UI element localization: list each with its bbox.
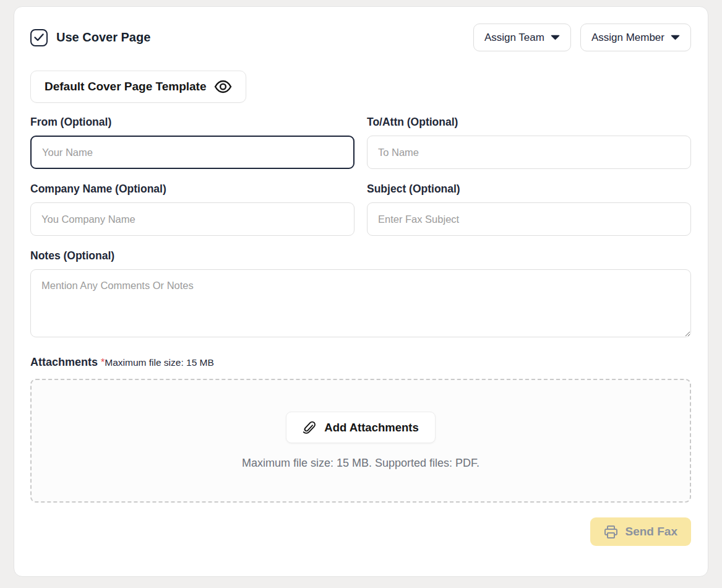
subject-input[interactable] <box>367 202 691 236</box>
chevron-down-icon <box>671 35 680 40</box>
assign-team-dropdown[interactable]: Assign Team <box>473 24 571 51</box>
paperclip-icon <box>303 420 316 435</box>
assign-member-label: Assign Member <box>591 32 664 44</box>
send-fax-button[interactable]: Send Fax <box>590 517 691 546</box>
company-field-group: Company Name (Optional) <box>30 183 355 236</box>
attachments-dropzone[interactable]: Add Attachments Maximum file size: 15 MB… <box>30 379 691 503</box>
to-field-group: To/Attn (Optional) <box>367 116 691 169</box>
check-icon <box>34 33 44 41</box>
company-name-input[interactable] <box>30 202 355 236</box>
from-input[interactable] <box>30 136 355 169</box>
attachments-inline-hint: Maximum file size: 15 MB <box>105 357 214 368</box>
to-attn-label: To/Attn (Optional) <box>367 116 691 129</box>
dropzone-hint: Maximum file size: 15 MB. Supported file… <box>242 457 479 470</box>
field-grid: From (Optional) To/Attn (Optional) Compa… <box>30 116 691 236</box>
default-cover-page-template-button[interactable]: Default Cover Page Template <box>30 71 246 103</box>
subject-field-group: Subject (Optional) <box>367 183 691 236</box>
fax-printer-icon <box>604 525 618 539</box>
add-attachments-label: Add Attachments <box>324 421 418 435</box>
notes-label: Notes (Optional) <box>30 249 691 262</box>
send-fax-form-panel: Use Cover Page Assign Team Assign Member… <box>14 6 708 577</box>
subject-label: Subject (Optional) <box>367 183 691 196</box>
chevron-down-icon <box>551 35 560 40</box>
assign-member-dropdown[interactable]: Assign Member <box>580 24 691 51</box>
eye-icon <box>214 80 232 93</box>
use-cover-page-checkbox-wrap[interactable]: Use Cover Page <box>30 29 150 46</box>
send-fax-label: Send Fax <box>625 525 677 538</box>
header-row: Use Cover Page Assign Team Assign Member <box>30 24 691 51</box>
add-attachments-button[interactable]: Add Attachments <box>286 412 435 443</box>
from-label: From (Optional) <box>30 116 355 129</box>
attachments-label-row: Attachments * Maximum file size: 15 MB <box>30 356 691 369</box>
use-cover-page-checkbox[interactable] <box>30 29 48 46</box>
company-name-label: Company Name (Optional) <box>30 183 355 196</box>
from-field-group: From (Optional) <box>30 116 355 169</box>
notes-textarea[interactable] <box>30 269 691 337</box>
to-attn-input[interactable] <box>367 136 691 169</box>
attachments-label: Attachments <box>30 356 98 369</box>
template-button-label: Default Cover Page Template <box>45 80 207 93</box>
assign-team-label: Assign Team <box>484 32 544 44</box>
footer-row: Send Fax <box>30 517 691 546</box>
notes-field-group: Notes (Optional) <box>30 249 691 337</box>
use-cover-page-label: Use Cover Page <box>56 30 150 45</box>
